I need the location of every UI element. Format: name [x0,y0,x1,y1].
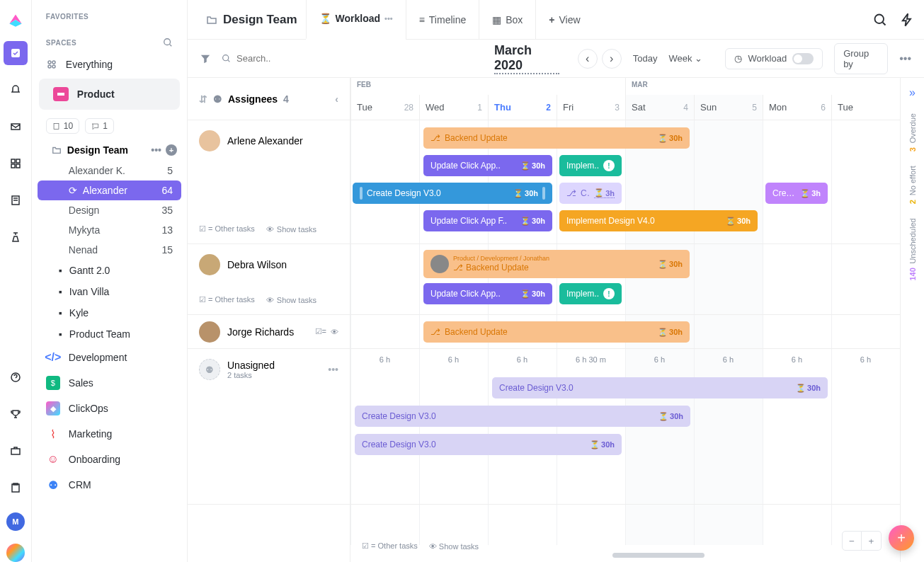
assignee-row-arlene[interactable]: Arlene Alexander ☑ = Other tasks👁 Show t… [188,120,350,244]
task-create-short[interactable]: ⎇Crea..⏳3h [559,183,622,204]
search-icon[interactable] [873,13,887,27]
workload-toggle[interactable]: ◷Workload [725,48,823,69]
task-implement[interactable]: Implem..! [559,155,622,176]
sidebar-folder-design-team[interactable]: Design Team ••• + [32,139,187,161]
task-update-click-f[interactable]: Update Click App F..⏳30h [423,210,552,231]
month-label[interactable]: March 2020 [494,43,559,74]
more-icon[interactable]: ••• [899,52,911,65]
toggle-switch[interactable] [792,53,814,64]
overdue-stat[interactable]: 3Overdue [908,113,917,151]
day-column[interactable]: Thu2 [488,95,557,120]
day-column[interactable]: Fri3 [557,95,625,120]
drag-handle[interactable] [542,187,545,200]
sidebar-item-nenad[interactable]: Nenad15 [32,240,187,260]
task-update-click-debra[interactable]: Update Click App..⏳30h [423,283,552,304]
rail-dashboards-icon[interactable] [4,151,28,176]
user-avatar[interactable]: M [6,512,25,531]
tab-add-view[interactable]: +View [535,0,593,40]
rail-time-icon[interactable] [4,225,28,249]
rail-home-icon[interactable] [4,41,28,65]
day-column[interactable]: Sun5 [694,95,763,120]
sidebar-space-marketing[interactable]: ⌇Marketing [32,421,187,447]
sidebar-item-design[interactable]: Design35 [32,200,187,220]
horizontal-scrollbar[interactable] [612,553,705,558]
task-create-design[interactable]: Create Design V3.0⏳30h [353,183,552,204]
drag-handle[interactable] [360,187,363,200]
task-backend-update-debra[interactable]: Product / Development / Jonathan⎇Backend… [423,250,690,278]
sidebar-space-clickops[interactable]: ◆ClickOps [32,396,187,421]
rail-clipboard-icon[interactable] [4,476,28,500]
show-tasks[interactable]: 👁 Show tasks [266,225,316,234]
task-backend-update[interactable]: ⎇Backend Update⏳30h [423,127,690,149]
tab-timeline[interactable]: ≡Timeline [406,0,479,40]
rail-briefcase-icon[interactable] [4,439,28,463]
fab-add-button[interactable]: + [889,525,914,551]
breadcrumb[interactable]: Design Team [198,13,306,27]
chevron-left-icon[interactable]: ‹ [335,93,338,105]
assignee-row-jorge[interactable]: Jorge Richards ☑=👁 [188,315,350,349]
sidebar-product-space[interactable]: Product [39,79,180,110]
other-tasks[interactable]: ☑ = Other tasks [362,541,418,551]
more-icon[interactable]: ••• [328,364,338,375]
assignee-header[interactable]: ⇵ ⚉ Assignees 4 ‹ [188,78,350,120]
app-logo-small[interactable] [6,544,25,562]
add-icon[interactable]: + [166,144,177,156]
day-column[interactable]: Sat4 [625,95,694,120]
rail-docs-icon[interactable] [4,188,28,212]
task-implement-debra[interactable]: Implem..! [559,283,622,304]
sidebar-folder-kyle[interactable]: ▪Kyle [32,302,187,323]
zoom-out-button[interactable]: − [842,531,862,551]
groupby-button[interactable]: Group by [834,43,888,74]
assignee-row-unassigned[interactable]: ⚉ Unasigned2 tasks ••• [188,349,350,505]
search-spaces-icon[interactable] [163,38,173,47]
sort-icon[interactable]: ⇵ [199,93,207,105]
chip-chats[interactable]: 1 [85,118,114,134]
task-create-dots[interactable]: Create..⏳3h [765,183,828,204]
next-button[interactable]: › [602,49,622,69]
rail-help-icon[interactable] [4,365,28,389]
show-tasks[interactable]: 👁 Show tasks [266,296,316,304]
sidebar-item-alexander[interactable]: ⟳Alexander64 [38,180,181,200]
task-create-unassigned-2[interactable]: Create Design V3.0⏳30h [355,406,690,427]
search-field[interactable] [236,53,355,64]
sidebar-space-onboarding[interactable]: ☺Onboarding [32,447,187,472]
sidebar-folder-ivan[interactable]: ▪Ivan Villa [32,281,187,302]
rail-inbox-icon[interactable] [4,115,28,139]
today-button[interactable]: Today [633,53,658,64]
sidebar-everything[interactable]: Everything [32,53,187,76]
filter-icon[interactable] [200,54,210,64]
unscheduled-stat[interactable]: 140Unscheduled [908,218,917,281]
app-logo[interactable] [6,10,25,28]
other-tasks-icon[interactable]: ☑= [315,327,326,336]
tab-box[interactable]: ▦Box [479,0,535,40]
show-tasks[interactable]: 👁 Show tasks [429,542,479,551]
other-tasks[interactable]: ☑ = Other tasks [199,224,255,234]
more-icon[interactable]: ••• [151,144,161,156]
assignee-row-debra[interactable]: Debra Wilson ☑ = Other tasks👁 Show tasks [188,244,350,315]
tab-workload[interactable]: ⏳Workload••• [306,0,406,40]
day-column[interactable]: Mon6 [763,95,831,120]
sidebar-item-alexander-k[interactable]: Alexander K.5 [32,161,187,180]
zoom-in-button[interactable]: + [862,531,882,551]
rail-notifications-icon[interactable] [4,78,28,102]
more-icon[interactable]: ••• [384,14,393,23]
chip-docs[interactable]: 10 [46,118,79,134]
task-create-unassigned-1[interactable]: Create Design V3.0⏳30h [492,377,828,398]
prev-button[interactable]: ‹ [578,49,598,69]
task-backend-update-jorge[interactable]: ⎇Backend Update⏳30h [423,321,690,343]
noeffort-stat[interactable]: 2No effort [908,166,917,204]
day-column[interactable]: Tue28 [350,95,419,120]
sidebar-space-sales[interactable]: $Sales [32,370,187,396]
task-update-click[interactable]: Update Click App..⏳30h [423,155,552,176]
week-button[interactable]: Week⌄ [668,53,702,64]
day-column[interactable]: Tue [831,95,900,120]
task-implement-v4[interactable]: Implement Design V4.0⏳30h [559,210,758,231]
day-column[interactable]: Wed1 [419,95,488,120]
collapse-panel-icon[interactable]: » [909,86,916,99]
rail-trophy-icon[interactable] [4,402,28,426]
sidebar-space-development[interactable]: </>Development [32,345,187,370]
task-create-unassigned-3[interactable]: Create Design V3.0⏳30h [355,434,622,455]
sidebar-folder-gantt[interactable]: ▪Gantt 2.0 [32,260,187,281]
other-tasks[interactable]: ☑ = Other tasks [199,295,255,304]
sidebar-space-crm[interactable]: ⚉CRM [32,472,187,498]
